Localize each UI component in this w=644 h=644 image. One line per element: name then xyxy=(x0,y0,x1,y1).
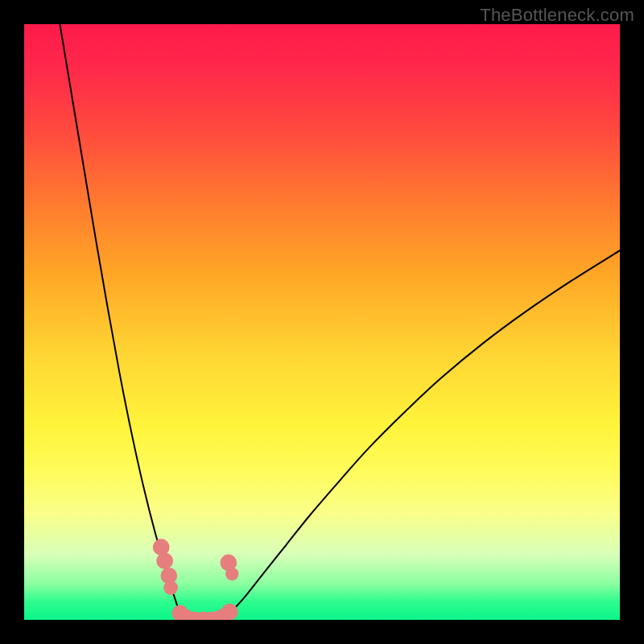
plot-area xyxy=(24,24,620,620)
data-marker xyxy=(225,568,238,580)
attribution-text: TheBottleneck.com xyxy=(480,5,634,26)
data-marker xyxy=(163,580,178,595)
curve-svg xyxy=(24,24,620,620)
data-marker xyxy=(156,552,173,569)
bottleneck-curve xyxy=(60,24,620,620)
chart-frame: TheBottleneck.com xyxy=(0,0,644,644)
data-marker xyxy=(221,604,238,620)
